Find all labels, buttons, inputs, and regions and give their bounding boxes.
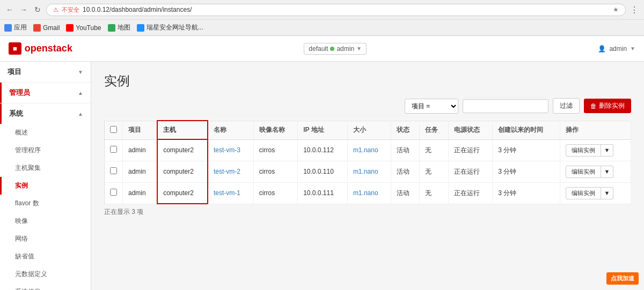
row-power: 正在运行 — [449, 139, 493, 161]
sidebar-item-networks[interactable]: 网络 — [0, 230, 91, 248]
col-image: 映像名称 — [253, 121, 297, 139]
filter-select[interactable]: 项目 = — [405, 99, 458, 114]
select-all-checkbox[interactable] — [110, 126, 117, 133]
page-title: 实例 — [104, 72, 631, 90]
row-project: admin — [123, 182, 158, 204]
bookmark-apps[interactable]: 应用 — [4, 23, 27, 32]
edit-instance-button[interactable]: 编辑实例 — [566, 166, 601, 178]
row-name: test-vm-1 — [208, 182, 253, 204]
sidebar-section-admin: 管理员 ▲ — [0, 83, 91, 103]
domain-label: default — [309, 45, 328, 53]
row-checkbox-cell — [105, 161, 123, 182]
table-row: admin computer2 test-vm-3 cirros 10.0.0.… — [105, 139, 631, 161]
speed-overlay[interactable]: 点我加速 — [606, 272, 639, 285]
sidebar-item-defaults[interactable]: 缺省值 — [0, 248, 91, 265]
forward-button[interactable]: → — [18, 4, 29, 15]
app-container: ■ openstack default admin ▼ 👤 admin ▼ 项目 — [0, 36, 644, 290]
bookmark-icon[interactable]: ★ — [613, 6, 619, 13]
edit-instance-dropdown[interactable]: ▼ — [601, 166, 614, 178]
sidebar-item-overview[interactable]: 概述 — [0, 124, 91, 142]
edit-instance-button[interactable]: 编辑实例 — [566, 144, 601, 157]
row-checkbox[interactable] — [110, 167, 117, 174]
row-status: 活动 — [391, 182, 420, 204]
row-status: 活动 — [391, 139, 420, 161]
sidebar-item-hypervisor[interactable]: 管理程序 — [0, 142, 91, 159]
row-checkbox[interactable] — [110, 146, 117, 153]
sidebar-item-host-aggregate[interactable]: 主机聚集 — [0, 159, 91, 177]
logo-box: ■ — [9, 42, 21, 55]
table-row: admin computer2 test-vm-1 cirros 10.0.0.… — [105, 182, 631, 204]
openstack-logo: ■ openstack — [9, 42, 72, 55]
sidebar-item-system-info[interactable]: 系统信息 — [0, 283, 91, 290]
row-host: computer2 — [157, 161, 208, 182]
row-age: 3 分钟 — [493, 182, 560, 204]
select-all-header — [105, 121, 123, 139]
user-menu[interactable]: 👤 admin ▼ — [598, 45, 635, 53]
dropdown-chevron-icon: ▼ — [356, 46, 362, 51]
action-group: 编辑实例 ▼ — [566, 187, 625, 199]
apps-icon — [4, 24, 12, 32]
table-row: admin computer2 test-vm-2 cirros 10.0.0.… — [105, 161, 631, 182]
sidebar-item-images[interactable]: 映像 — [0, 212, 91, 230]
bookmark-gmail[interactable]: Gmail — [33, 24, 60, 32]
sidebar-admin-header[interactable]: 管理员 ▲ — [0, 83, 91, 103]
instances-table: 项目 主机 名称 映像名称 IP 地址 — [104, 120, 631, 204]
edit-instance-dropdown[interactable]: ▼ — [601, 187, 614, 199]
sidebar-item-instances[interactable]: 实例 — [0, 177, 91, 195]
header-center: default admin ▼ — [304, 43, 367, 55]
row-project: admin — [123, 139, 158, 161]
instance-name-link[interactable]: test-vm-2 — [214, 168, 240, 175]
edit-instance-dropdown[interactable]: ▼ — [601, 144, 614, 157]
bookmark-youtube-label: YouTube — [76, 24, 101, 32]
user-icon: 👤 — [598, 45, 606, 53]
row-checkbox[interactable] — [110, 189, 117, 196]
size-link[interactable]: m1.nano — [353, 146, 378, 154]
domain-project-selector[interactable]: default admin ▼ — [304, 43, 367, 55]
sidebar-item-metadata[interactable]: 元数据定义 — [0, 265, 91, 283]
green-dot — [330, 47, 334, 51]
edit-instance-button[interactable]: 编辑实例 — [566, 187, 601, 199]
row-power: 正在运行 — [449, 161, 493, 182]
row-checkbox-cell — [105, 182, 123, 204]
filter-button[interactable]: 过滤 — [553, 98, 580, 114]
sidebar-project-header[interactable]: 项目 ▼ — [0, 62, 91, 82]
address-text: 10.0.0.12/dashboard/admin/instances/ — [83, 6, 192, 13]
col-status: 状态 — [391, 121, 420, 139]
table-header-row: 项目 主机 名称 映像名称 IP 地址 — [105, 121, 631, 139]
bookmark-qihoo[interactable]: 瑞星安全网址导航... — [137, 23, 203, 32]
bookmark-youtube[interactable]: YouTube — [66, 24, 101, 32]
instance-name-link[interactable]: test-vm-1 — [214, 189, 240, 197]
bookmark-map[interactable]: 地图 — [108, 23, 130, 32]
row-action: 编辑实例 ▼ — [560, 182, 631, 204]
logo-text: openstack — [25, 43, 72, 54]
user-dropdown-icon: ▼ — [630, 46, 635, 51]
size-link[interactable]: m1.nano — [353, 189, 378, 197]
bookmark-map-label: 地图 — [118, 23, 130, 32]
bookmark-apps-label: 应用 — [14, 23, 27, 32]
delete-label: 删除实例 — [599, 101, 625, 110]
address-bar[interactable]: ⚠ 不安全 10.0.0.12/dashboard/admin/instance… — [46, 4, 626, 16]
size-link[interactable]: m1.nano — [353, 168, 378, 175]
sidebar-system-header[interactable]: 系统 ▲ — [0, 103, 91, 124]
col-task: 任务 — [420, 121, 449, 139]
action-group: 编辑实例 ▼ — [566, 166, 625, 178]
filter-input[interactable] — [463, 99, 548, 113]
top-header: ■ openstack default admin ▼ 👤 admin ▼ — [0, 36, 644, 62]
delete-instances-button[interactable]: 🗑 删除实例 — [584, 99, 631, 113]
row-image: cirros — [253, 182, 297, 204]
extensions-icon[interactable]: ⋮ — [629, 4, 640, 15]
reload-button[interactable]: ↻ — [32, 4, 43, 15]
row-size: m1.nano — [347, 139, 391, 161]
delete-icon: 🗑 — [590, 102, 597, 110]
youtube-icon — [66, 24, 74, 32]
sidebar-item-flavors[interactable]: flavor 数 — [0, 195, 91, 212]
back-button[interactable]: ← — [4, 4, 15, 15]
row-project: admin — [123, 161, 158, 182]
instance-name-link[interactable]: test-vm-3 — [214, 146, 240, 154]
row-checkbox-cell — [105, 139, 123, 161]
row-size: m1.nano — [347, 161, 391, 182]
qihoo-icon — [137, 24, 144, 32]
row-task: 无 — [420, 161, 449, 182]
action-group: 编辑实例 ▼ — [566, 144, 625, 157]
row-image: cirros — [253, 139, 297, 161]
